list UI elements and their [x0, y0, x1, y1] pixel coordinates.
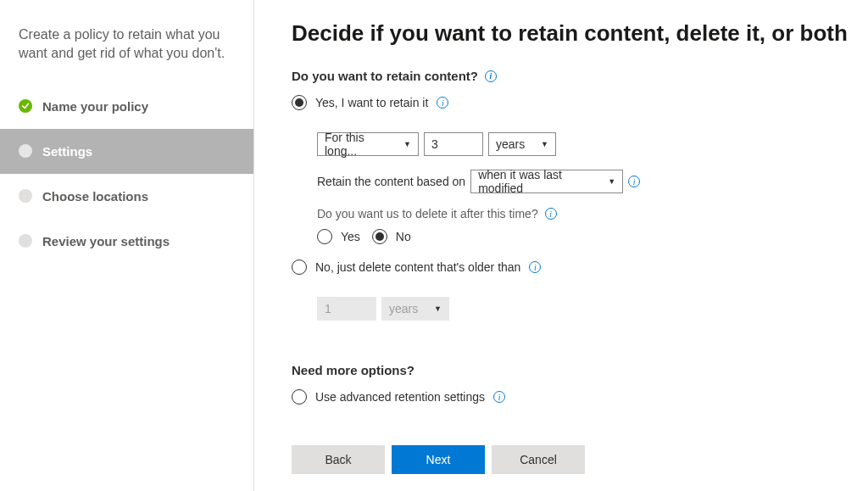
radio-icon[interactable]: [292, 259, 307, 275]
info-icon[interactable]: i: [493, 391, 505, 403]
radio-label: No, just delete content that's older tha…: [315, 260, 520, 274]
radio-label: No: [396, 230, 411, 243]
step-circle-icon: [19, 189, 32, 203]
info-icon[interactable]: i: [529, 261, 541, 273]
radio-label: Yes: [341, 230, 360, 243]
radio-icon[interactable]: [317, 229, 332, 244]
info-icon[interactable]: i: [485, 70, 497, 82]
radio-icon[interactable]: [372, 229, 387, 244]
step-settings[interactable]: Settings: [0, 129, 253, 174]
step-circle-icon: [19, 234, 32, 248]
based-on-label: Retain the content based on: [317, 175, 465, 188]
advanced-retention-option[interactable]: Use advanced retention settings i: [292, 389, 868, 405]
page-title: Decide if you want to retain content, de…: [292, 20, 868, 47]
retain-question: Do you want to retain content? i: [292, 69, 868, 83]
step-circle-icon: [19, 144, 32, 158]
info-icon[interactable]: i: [628, 176, 640, 187]
delete-older-value-input: 1: [317, 297, 376, 321]
radio-icon[interactable]: [292, 95, 307, 110]
delete-after-question: Do you want us to delete it after this t…: [317, 207, 868, 220]
duration-value-input[interactable]: 3: [424, 132, 483, 156]
step-choose-locations[interactable]: Choose locations: [0, 174, 253, 219]
back-button[interactable]: Back: [292, 445, 385, 474]
check-icon: [19, 99, 32, 113]
main-panel: Decide if you want to retain content, de…: [254, 0, 868, 491]
more-options-heading: Need more options?: [292, 363, 868, 377]
cancel-button[interactable]: Cancel: [492, 445, 585, 474]
retain-no-details: 1 years ▼: [317, 283, 868, 329]
step-label: Name your policy: [42, 99, 148, 114]
retain-option-no[interactable]: No, just delete content that's older tha…: [292, 259, 868, 275]
info-icon[interactable]: i: [545, 208, 557, 220]
info-icon[interactable]: i: [437, 97, 448, 109]
based-on-select[interactable]: when it was last modified ▼: [470, 170, 623, 193]
step-review-settings[interactable]: Review your settings: [0, 219, 253, 264]
chevron-down-icon: ▼: [608, 177, 615, 186]
step-label: Review your settings: [42, 234, 170, 248]
retain-option-yes[interactable]: Yes, I want to retain it i: [292, 95, 868, 110]
duration-unit-select[interactable]: years ▼: [488, 132, 556, 156]
next-button[interactable]: Next: [392, 445, 485, 474]
step-label: Choose locations: [42, 189, 148, 204]
sidebar-intro: Create a policy to retain what you want …: [0, 0, 253, 84]
radio-icon[interactable]: [292, 389, 307, 405]
wizard-button-bar: Back Next Cancel: [292, 428, 868, 491]
wizard-sidebar: Create a policy to retain what you want …: [0, 0, 254, 491]
step-label: Settings: [42, 144, 92, 159]
radio-label: Use advanced retention settings: [315, 390, 485, 404]
radio-label: Yes, I want to retain it: [315, 96, 428, 109]
chevron-down-icon: ▼: [403, 140, 411, 148]
delete-after-no[interactable]: No: [372, 229, 411, 244]
delete-after-yes[interactable]: Yes: [317, 229, 360, 244]
retain-yes-details: For this long... ▼ 3 years ▼ Retain the …: [317, 119, 868, 244]
duration-mode-select[interactable]: For this long... ▼: [317, 132, 419, 156]
chevron-down-icon: ▼: [541, 140, 548, 148]
chevron-down-icon: ▼: [434, 304, 442, 313]
step-name-your-policy[interactable]: Name your policy: [0, 84, 253, 129]
delete-older-unit-select: years ▼: [381, 297, 449, 321]
